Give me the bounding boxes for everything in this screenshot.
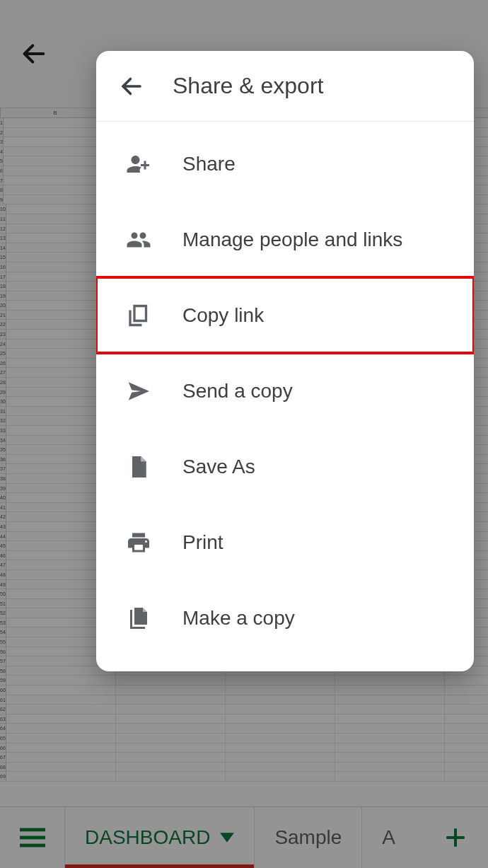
menu-item-saveas[interactable]: Save As — [96, 429, 474, 504]
menu-item-makecopy[interactable]: Make a copy — [96, 580, 474, 656]
menu-item-label: Send a copy — [182, 380, 293, 403]
people-icon — [120, 227, 157, 253]
menu-item-label: Save As — [182, 456, 255, 478]
file-copy-icon — [120, 606, 157, 631]
copy-icon — [120, 303, 157, 328]
dialog-title: Share & export — [173, 73, 323, 99]
menu-item-send[interactable]: Send a copy — [96, 353, 474, 429]
share-export-dialog: Share & export ShareManage people and li… — [96, 51, 474, 671]
menu-item-label: Manage people and links — [182, 228, 402, 251]
menu-item-label: Make a copy — [182, 607, 295, 630]
menu-item-label: Share — [182, 153, 236, 175]
file-icon — [120, 454, 157, 480]
send-icon — [120, 378, 157, 404]
person-add-icon — [120, 151, 157, 177]
menu-item-print[interactable]: Print — [96, 504, 474, 580]
print-icon — [120, 530, 157, 555]
menu-item-share[interactable]: Share — [96, 126, 474, 202]
menu-item-copylink[interactable]: Copy link — [96, 277, 474, 353]
menu-item-manage[interactable]: Manage people and links — [96, 202, 474, 277]
dialog-back-icon[interactable] — [119, 74, 144, 99]
menu-item-label: Print — [182, 531, 223, 554]
menu-item-label: Copy link — [182, 304, 264, 327]
dialog-header: Share & export — [96, 51, 474, 122]
